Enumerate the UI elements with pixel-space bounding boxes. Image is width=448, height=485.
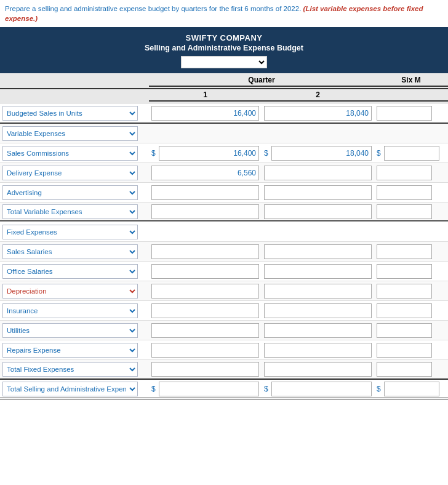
- row-label-select-office-salaries[interactable]: Office Salaries: [2, 264, 138, 279]
- table-row: Budgeted Sales in Units: [0, 104, 448, 124]
- dollar-sign-q1-sales-commissions: $: [151, 149, 158, 158]
- six-cell-budgeted-sales: [374, 105, 448, 122]
- q1-input-delivery-expense[interactable]: [151, 166, 259, 180]
- q1-input-sales-salaries[interactable]: [151, 244, 259, 259]
- six-cell-depreciation: [374, 283, 448, 300]
- q1-input-sales-commissions[interactable]: [159, 146, 259, 161]
- table-row: Variable Expenses: [0, 124, 448, 143]
- q2-input-utilities[interactable]: [264, 323, 372, 338]
- company-name: SWIFTY COMPANY: [5, 33, 443, 42]
- q2-cell-total-selling-admin: $: [262, 380, 374, 398]
- q1-input-total-variable[interactable]: [151, 204, 259, 219]
- q2-input-advertising[interactable]: [264, 185, 372, 200]
- row-label-select-advertising[interactable]: Advertising: [2, 185, 138, 200]
- label-cell-insurance: Insurance: [0, 302, 149, 319]
- q2-input-insurance[interactable]: [264, 303, 372, 318]
- dollar-sign-q2-total-selling-admin: $: [264, 385, 270, 393]
- q1-input-depreciation[interactable]: [151, 284, 259, 299]
- six-cell-sales-salaries: [374, 243, 448, 260]
- table-row: Fixed Expenses: [0, 222, 448, 242]
- q1-input-total-fixed[interactable]: [151, 362, 259, 377]
- q2-cell-advertising: [262, 184, 374, 201]
- q2-input-total-variable[interactable]: [264, 204, 372, 219]
- q1-input-total-selling-admin[interactable]: [159, 382, 259, 396]
- q2-cell-office-salaries: [262, 263, 374, 280]
- row-label-select-fixed-expenses[interactable]: Fixed Expenses: [2, 225, 138, 239]
- label-cell-total-selling-admin: Total Selling and Administrative Expense…: [0, 380, 149, 398]
- table-row: Delivery Expense: [0, 163, 448, 183]
- empty-q1-variable-expenses: [149, 132, 262, 135]
- row-label-select-total-variable[interactable]: Total Variable Expenses: [2, 204, 138, 219]
- row-label-select-delivery-expense[interactable]: Delivery Expense: [2, 166, 138, 180]
- label-cell-delivery-expense: Delivery Expense: [0, 164, 149, 182]
- dollar-sign-q2-sales-commissions: $: [264, 149, 270, 158]
- row-label-select-depreciation[interactable]: Depreciation: [2, 284, 138, 299]
- period-select[interactable]: Jan-Jun 2022 Jul-Dec 2022: [181, 56, 267, 68]
- table-row: Advertising: [0, 183, 448, 202]
- row-label-select-total-selling-admin[interactable]: Total Selling and Administrative Expense…: [2, 382, 138, 396]
- q1-input-repairs-expense[interactable]: [151, 343, 259, 358]
- label-cell-utilities: Utilities: [0, 322, 149, 339]
- q1-cell-total-fixed: [149, 361, 262, 378]
- label-cell-sales-salaries: Sales Salaries: [0, 243, 149, 260]
- q1-input-utilities[interactable]: [151, 323, 259, 338]
- row-label-select-sales-salaries[interactable]: Sales Salaries: [2, 244, 138, 259]
- row-label-select-repairs-expense[interactable]: Repairs Expense: [2, 343, 138, 358]
- six-input-repairs-expense[interactable]: [377, 343, 432, 358]
- q1-input-budgeted-sales[interactable]: [151, 106, 259, 121]
- instruction-text: Prepare a selling and administrative exp…: [5, 5, 423, 22]
- q2-input-repairs-expense[interactable]: [264, 343, 372, 358]
- six-input-insurance[interactable]: [377, 303, 432, 318]
- six-input-sales-salaries[interactable]: [377, 244, 432, 259]
- six-input-total-variable[interactable]: [377, 204, 432, 219]
- q2-input-total-selling-admin[interactable]: [271, 382, 372, 396]
- six-input-delivery-expense[interactable]: [377, 166, 432, 180]
- q1-cell-utilities: [149, 322, 262, 339]
- q2-input-sales-commissions[interactable]: [271, 146, 372, 161]
- q2-input-delivery-expense[interactable]: [264, 166, 372, 180]
- row-label-select-variable-expenses[interactable]: Variable Expenses: [2, 126, 138, 141]
- label-cell-total-fixed: Total Fixed Expenses: [0, 361, 149, 378]
- six-input-sales-commissions[interactable]: [384, 146, 439, 161]
- label-cell-fixed-expenses: Fixed Expenses: [0, 223, 149, 241]
- six-input-advertising[interactable]: [377, 185, 432, 200]
- six-m-num-header: [374, 90, 448, 102]
- six-input-utilities[interactable]: [377, 323, 432, 338]
- row-label-select-budgeted-sales[interactable]: Budgeted Sales in Units: [2, 106, 138, 121]
- row-label-select-utilities[interactable]: Utilities: [2, 323, 138, 338]
- q2-input-budgeted-sales[interactable]: [264, 106, 372, 121]
- q2-input-sales-salaries[interactable]: [264, 244, 372, 259]
- row-label-select-total-fixed[interactable]: Total Fixed Expenses: [2, 362, 138, 377]
- row-label-select-sales-commissions[interactable]: Sales Commissions: [2, 146, 138, 161]
- q2-cell-total-fixed: [262, 361, 374, 378]
- six-input-total-selling-admin[interactable]: [384, 382, 439, 396]
- quarter-group-label: Quarter: [149, 76, 374, 87]
- q2-cell-utilities: [262, 322, 374, 339]
- q2-input-total-fixed[interactable]: [264, 362, 372, 377]
- budget-title: Selling and Administrative Expense Budge…: [5, 44, 443, 52]
- six-input-budgeted-sales[interactable]: [377, 106, 432, 121]
- six-input-total-fixed[interactable]: [377, 362, 432, 377]
- label-cell-sales-commissions: Sales Commissions: [0, 145, 149, 162]
- label-cell-depreciation: Depreciation: [0, 283, 149, 300]
- q1-input-office-salaries[interactable]: [151, 264, 259, 279]
- six-input-depreciation[interactable]: [377, 284, 432, 299]
- six-cell-utilities: [374, 322, 448, 339]
- q2-cell-budgeted-sales: [262, 105, 374, 122]
- q2-cell-total-variable: [262, 203, 374, 220]
- empty-q2-fixed-expenses: [262, 231, 374, 233]
- q2-input-depreciation[interactable]: [264, 284, 372, 299]
- six-input-office-salaries[interactable]: [377, 264, 432, 279]
- table-row: Total Fixed Expenses: [0, 360, 448, 380]
- q2-input-office-salaries[interactable]: [264, 264, 372, 279]
- q1-input-advertising[interactable]: [151, 185, 259, 200]
- label-cell-office-salaries: Office Salaries: [0, 263, 149, 280]
- label-cell-total-variable: Total Variable Expenses: [0, 203, 149, 220]
- row-label-select-insurance[interactable]: Insurance: [2, 303, 138, 318]
- q1-input-insurance[interactable]: [151, 303, 259, 318]
- table-row: Repairs Expense: [0, 340, 448, 360]
- q1-cell-total-selling-admin: $: [149, 380, 262, 398]
- q2-num-header: 2: [262, 90, 374, 102]
- six-cell-repairs-expense: [374, 342, 448, 359]
- six-cell-sales-commissions: $: [374, 145, 448, 162]
